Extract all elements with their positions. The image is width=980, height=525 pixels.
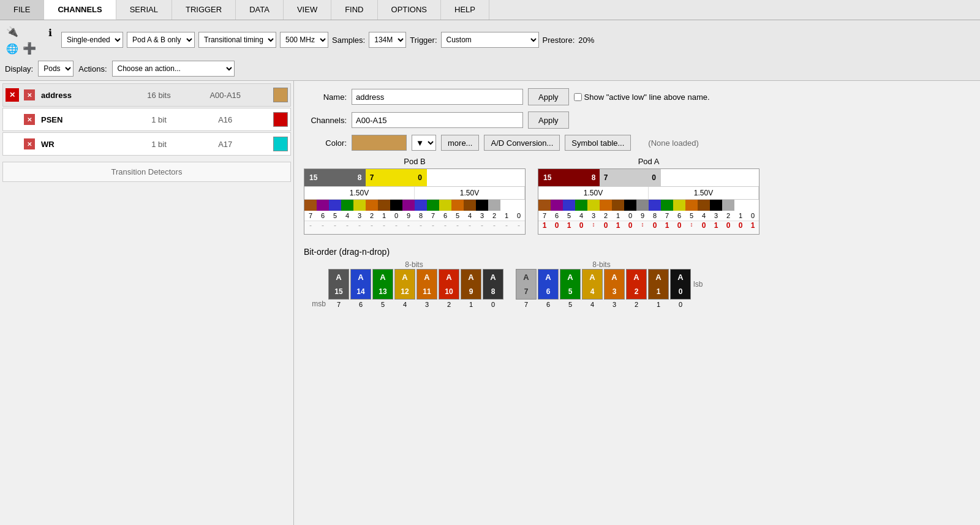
usb-icon[interactable]: 🔌 — [5, 24, 20, 39]
channel-psen-color[interactable] — [273, 112, 288, 127]
bit-chip-0[interactable]: A0 — [670, 269, 691, 300]
prestore-value: 20% — [578, 36, 594, 45]
symtable-button[interactable]: Symbol table... — [565, 135, 631, 151]
pod-b-label: Pod B — [304, 157, 526, 166]
bit-chips-left: A15 A14 A13 A12 A11 A10 A9 A8 — [328, 269, 503, 300]
channel-header-name: address — [37, 91, 141, 100]
name-label: Name: — [304, 93, 347, 102]
active-low-checkbox[interactable] — [574, 93, 582, 101]
menu-view[interactable]: VIEW — [284, 0, 331, 20]
bit-chip-9[interactable]: A9 — [461, 269, 481, 300]
close-psen-button[interactable]: ✕ — [24, 114, 35, 125]
bit-chip-4[interactable]: A4 — [582, 269, 603, 300]
pod-a-voltage1: 1.50V — [538, 187, 649, 199]
color-row: Color: ▼ more... A/D Conversion... Symbo… — [304, 135, 970, 151]
color-picker-swatch[interactable] — [352, 135, 407, 151]
pod-a-voltage-row: 1.50V 1.50V — [538, 186, 759, 200]
close-all-button[interactable]: ✕ — [6, 88, 19, 102]
pods-container: Pod B 15 8 7 0 1 — [304, 157, 970, 235]
pod-b-ch-nums: 7 6 5 4 3 2 1 0 9 8 7 6 5 4 3 — [304, 211, 525, 221]
channels-apply-button[interactable]: Apply — [528, 111, 569, 129]
channel-psen-bits: 1 bit — [141, 115, 178, 124]
display-select[interactable]: Pods — [38, 61, 74, 77]
name-row: Name: Apply Show "active low" line above… — [304, 88, 970, 105]
close-wr-button[interactable]: ✕ — [24, 138, 35, 149]
pod-a-num15: 15 — [538, 169, 587, 186]
samples-select[interactable]: 134M — [369, 32, 406, 48]
menu-trigger[interactable]: TRIGGER — [172, 0, 236, 20]
bit-chip-13[interactable]: A13 — [372, 269, 393, 300]
toolbar: 🔌 🌐 ➕ ℹ Single-ended Pod A & B only Tran… — [0, 20, 980, 81]
menu-find[interactable]: FIND — [331, 0, 377, 20]
bit-chip-7[interactable]: A7 — [516, 269, 537, 300]
bit-chip-1[interactable]: A1 — [648, 269, 669, 300]
channel-list: ✕ ✕ address 16 bits A00-A15 ✕ PSEN 1 bit… — [0, 81, 293, 159]
pod-b-data-row: - - - - - - - - - - - - - - - — [304, 221, 525, 234]
channel-wr-range: A17 — [178, 140, 274, 149]
pod-b-num0: 0 — [378, 169, 427, 186]
color-label: Color: — [304, 138, 347, 148]
timing-select[interactable]: Transitional timing — [198, 32, 276, 48]
lsb-label: lsb — [693, 280, 706, 289]
add-icon[interactable]: ➕ — [22, 41, 37, 56]
globe-icon[interactable]: 🌐 — [5, 41, 20, 56]
pod-a-num8: 8 — [587, 169, 600, 186]
pod-select[interactable]: Pod A & B only — [127, 32, 195, 48]
channels-label: Channels: — [304, 116, 347, 125]
channel-header-color[interactable] — [273, 88, 288, 102]
name-apply-button[interactable]: Apply — [528, 88, 569, 105]
channel-wr-color[interactable] — [273, 137, 288, 151]
channel-wr-name: WR — [37, 140, 141, 149]
menu-channels[interactable]: CHANNELS — [44, 0, 116, 20]
channel-wr-bits: 1 bit — [141, 140, 178, 149]
pod-b-num8: 8 — [353, 169, 366, 186]
bit-chip-2[interactable]: A2 — [626, 269, 647, 300]
actions-select[interactable]: Choose an action... — [112, 61, 235, 77]
transition-detectors-label: Transition Detectors — [111, 167, 183, 176]
bit-chip-6[interactable]: A6 — [538, 269, 559, 300]
pod-a-color-strip — [538, 200, 759, 211]
trigger-label: Trigger: — [410, 36, 437, 45]
bit-chip-3[interactable]: A3 — [604, 269, 625, 300]
main-layout: ✕ ✕ address 16 bits A00-A15 ✕ PSEN 1 bit… — [0, 81, 980, 525]
pod-b-voltage-row: 1.50V 1.50V — [304, 186, 525, 200]
more-button[interactable]: more... — [441, 135, 479, 151]
bit-chip-8[interactable]: A8 — [483, 269, 503, 300]
bit-chip-5[interactable]: A5 — [560, 269, 581, 300]
menu-options[interactable]: OPTIONS — [378, 0, 442, 20]
menu-file[interactable]: FILE — [0, 0, 44, 20]
close-address-button[interactable]: ✕ — [24, 89, 35, 100]
color-dropdown[interactable]: ▼ — [412, 135, 436, 151]
adconv-button[interactable]: A/D Conversion... — [484, 135, 560, 151]
menu-help[interactable]: HELP — [441, 0, 489, 20]
left-panel: ✕ ✕ address 16 bits A00-A15 ✕ PSEN 1 bit… — [0, 81, 294, 525]
right-panel: Name: Apply Show "active low" line above… — [294, 81, 980, 525]
trigger-select[interactable]: Custom — [441, 32, 539, 48]
pod-a-ch-nums: 7 6 5 4 3 2 1 0 9 8 7 6 5 4 3 — [538, 211, 759, 221]
bit-chip-12[interactable]: A12 — [394, 269, 415, 300]
channel-header-range: A00-A15 — [178, 91, 274, 100]
bit-chip-14[interactable]: A14 — [350, 269, 371, 300]
bit-chip-11[interactable]: A11 — [417, 269, 437, 300]
name-input[interactable] — [352, 89, 523, 105]
pod-b-color-strip — [304, 200, 525, 211]
bit-chips-right: A7 A6 A5 A4 A3 A2 A1 A0 — [516, 269, 691, 300]
menu-serial[interactable]: SERIAL — [116, 0, 172, 20]
bit-chip-15[interactable]: A15 — [328, 269, 349, 300]
signal-type-select[interactable]: Single-ended — [61, 32, 123, 48]
channels-input[interactable] — [352, 112, 523, 128]
display-label: Display: — [5, 64, 33, 74]
freq-select[interactable]: 500 MHz — [280, 32, 328, 48]
info-icon[interactable]: ℹ — [43, 25, 58, 40]
channel-row-psen: ✕ PSEN 1 bit A16 — [2, 108, 291, 131]
samples-label: Samples: — [332, 36, 365, 45]
pod-a-label: Pod A — [538, 157, 760, 166]
msb-label: msb — [304, 300, 326, 308]
menu-data[interactable]: DATA — [236, 0, 284, 20]
channel-psen-range: A16 — [178, 115, 274, 124]
bit-chip-10[interactable]: A10 — [439, 269, 459, 300]
pod-b-voltage1: 1.50V — [304, 187, 415, 199]
bit-order-title: Bit-order (drag-n-drop) — [304, 247, 970, 257]
8bits-right-label: 8-bits — [516, 260, 687, 269]
bit-order-section: Bit-order (drag-n-drop) msb 8-bits A15 A… — [304, 247, 970, 308]
